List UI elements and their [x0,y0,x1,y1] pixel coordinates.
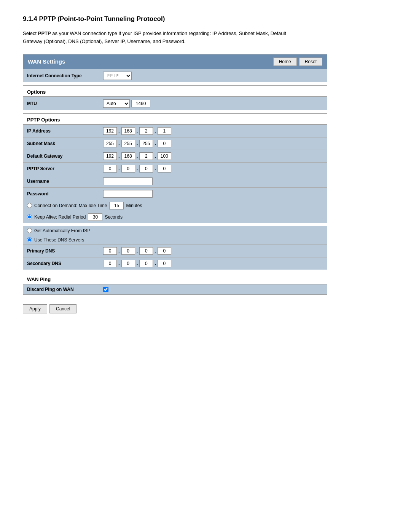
mtu-content: Auto Manual [103,99,150,108]
dot3: . [155,128,156,134]
mtu-label: MTU [27,101,103,106]
gw-octet1[interactable] [103,152,117,160]
gw-octet3[interactable] [139,152,153,160]
dot5: . [137,141,138,146]
connect-on-demand-row: Connect on Demand: Max Idle Time Minutes [23,200,327,211]
cancel-button[interactable]: Cancel [49,304,76,313]
ip-octet2[interactable] [121,127,135,135]
subnet-octet3[interactable] [139,140,153,147]
connection-type-label: Internet Connection Type [27,73,103,78]
ip-address-label: IP Address [27,128,103,134]
gw-octet2[interactable] [121,152,135,160]
reset-button[interactable]: Reset [299,58,322,66]
ip-address-row: IP Address . . . [23,125,327,137]
pptp-server-row: PPTP Server . . . [23,162,327,175]
default-gateway-label: Default Gateway [27,153,103,159]
pptp-server-content: . . . [103,165,171,173]
dot15: . [155,248,156,254]
dns-manual-radio[interactable] [27,237,32,242]
primary-dns-content: . . . [103,247,171,255]
connect-on-demand-radio[interactable] [27,203,32,208]
gw-octet4[interactable] [158,152,171,160]
subnet-octet4[interactable] [158,140,171,147]
keep-alive-radio[interactable] [27,214,32,219]
mtu-mode-select[interactable]: Auto Manual [103,99,130,108]
primary-dns-row: Primary DNS . . . [23,244,327,257]
pptp-octet3[interactable] [139,165,153,173]
sdns-octet3[interactable] [139,260,153,267]
connection-type-content: PPTP DHCP Static IP PPPoE L2TP [103,72,132,80]
dot12: . [155,166,156,171]
ip-octet3[interactable] [139,127,153,135]
subnet-mask-label: Subnet Mask [27,141,103,146]
secondary-dns-row: Secondary DNS . . . [23,257,327,270]
password-row: Password [23,187,327,200]
home-button[interactable]: Home [273,58,297,66]
discard-ping-checkbox[interactable] [103,287,108,292]
wan-settings-panel: WAN Settings Home Reset Internet Connect… [23,54,327,298]
dns-auto-radio[interactable] [27,228,32,233]
pptp-server-label: PPTP Server [27,166,103,171]
dot13: . [118,248,120,254]
pdns-octet2[interactable] [121,247,135,255]
keep-alive-value[interactable] [88,213,102,221]
dot17: . [137,260,138,266]
connect-on-demand-unit: Minutes [126,203,142,208]
dot14: . [137,248,138,254]
subnet-octet1[interactable] [103,140,117,147]
apply-button[interactable]: Apply [23,304,47,313]
dot4: . [118,141,120,146]
intro-paragraph: Select PPTP as your WAN connection type … [23,30,297,46]
dot16: . [118,260,120,266]
username-input[interactable] [103,177,153,185]
primary-dns-label: Primary DNS [27,248,103,254]
pdns-octet3[interactable] [139,247,153,255]
username-label: Username [27,179,103,184]
page-title: 9.1.4 PPTP (Point-to-Point Tunneling Pro… [23,15,388,23]
connect-on-demand-value[interactable] [109,202,124,209]
dot2: . [137,128,138,134]
spacer4 [23,270,327,273]
ip-octet1[interactable] [103,127,117,135]
dot9: . [155,153,156,159]
dns-manual-label: Use These DNS Servers [34,237,84,243]
sdns-octet4[interactable] [158,260,171,267]
pptp-options-heading: PPTP Options [23,113,327,124]
pdns-octet4[interactable] [158,247,171,255]
connection-type-select[interactable]: PPTP DHCP Static IP PPPoE L2TP [103,72,132,80]
sdns-octet2[interactable] [121,260,135,267]
dns-use-these-row: Use These DNS Servers [23,235,327,244]
secondary-dns-label: Secondary DNS [27,261,103,266]
subnet-octet2[interactable] [121,140,135,147]
username-row: Username [23,175,327,187]
dot11: . [137,166,138,171]
dot8: . [137,153,138,159]
mtu-row: MTU Auto Manual [23,97,327,110]
action-buttons: Apply Cancel [23,304,388,313]
default-gateway-row: Default Gateway . . . [23,150,327,162]
pdns-octet1[interactable] [103,247,117,255]
dns-auto-label: Get Automatically From ISP [34,228,90,233]
pptp-octet1[interactable] [103,165,117,173]
dot18: . [155,260,156,266]
secondary-dns-content: . . . [103,260,171,267]
ip-address-content: . . . [103,127,171,135]
dot10: . [118,166,120,171]
keep-alive-unit: Seconds [105,214,123,220]
password-content [103,190,153,198]
dns-get-auto-row: Get Automatically From ISP [23,226,327,235]
dot6: . [155,141,156,146]
subnet-mask-row: Subnet Mask . . . [23,137,327,150]
ip-octet4[interactable] [158,127,171,135]
mtu-value-input[interactable] [131,100,150,107]
discard-ping-row: Discard Ping on WAN [23,284,327,294]
pptp-octet4[interactable] [158,165,171,173]
sdns-octet1[interactable] [103,260,117,267]
subnet-mask-content: . . . [103,140,171,147]
wan-ping-heading: WAN Ping [23,273,327,284]
discard-ping-content [103,287,108,292]
wan-settings-title: WAN Settings [28,58,65,65]
pptp-octet2[interactable] [121,165,135,173]
password-input[interactable] [103,190,153,198]
header-buttons: Home Reset [273,58,322,66]
